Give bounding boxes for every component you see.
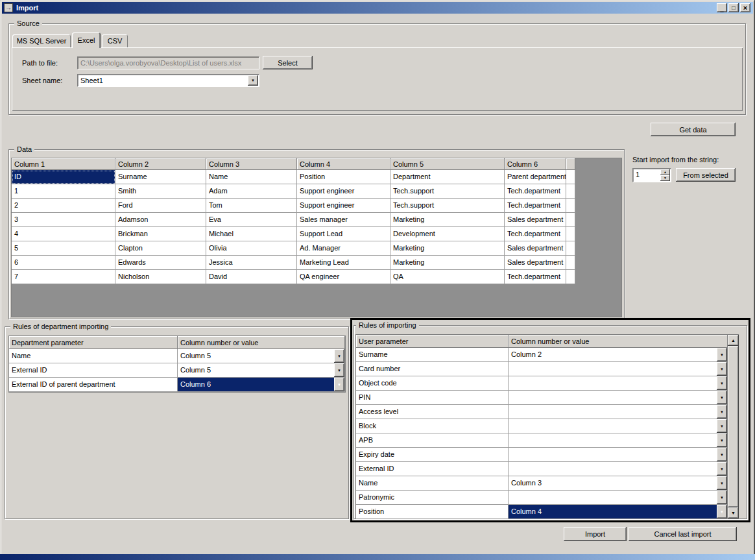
table-cell[interactable]: Name [206,170,297,184]
column-header[interactable]: Column 5 [390,158,505,170]
rule-row[interactable]: Name Column 3 ▼ [356,476,738,491]
table-cell[interactable]: Brickman [115,227,206,241]
from-selected-button[interactable]: From selected [676,168,736,182]
cancel-last-import-button[interactable]: Cancel last import [629,527,737,541]
rule-row[interactable]: Card number ▼ [356,362,738,376]
rule-value-cell[interactable]: ▼ [509,391,728,405]
dropdown-button[interactable]: ▼ [717,405,727,419]
dropdown-button[interactable]: ▼ [717,376,727,390]
table-cell[interactable]: Olivia [206,241,297,256]
table-cell[interactable]: Adamson [115,213,206,227]
get-data-button[interactable]: Get data [651,123,736,136]
table-row[interactable]: 2 Ford Tom Support engineer Tech.support… [12,199,621,213]
column-header[interactable]: Column 2 [115,158,206,170]
rule-value-cell[interactable]: Column 5 ▼ [178,349,345,363]
rule-row[interactable]: External ID ▼ [356,462,738,476]
rule-value-cell[interactable]: Column 5 ▼ [178,363,345,378]
table-cell-selected[interactable]: ID [12,170,115,184]
table-cell[interactable]: Marketing Lead [297,256,390,270]
scrollbar-thumb[interactable] [728,346,739,507]
tab-ms-sql-server[interactable]: MS SQL Server [12,34,71,47]
rule-param-cell[interactable]: Patronymic [356,491,509,505]
dropdown-button[interactable]: ▼ [334,349,344,363]
table-cell[interactable]: Sales department [505,256,566,270]
table-cell[interactable]: 4 [12,227,115,241]
import-button[interactable]: Import [564,527,627,541]
table-row[interactable]: 1 Smith Adam Support engineer Tech.suppo… [12,184,621,199]
rule-row[interactable]: External ID Column 5 ▼ [9,363,345,378]
table-cell[interactable]: 1 [12,184,115,199]
rule-value-cell[interactable]: Column 3 ▼ [509,476,728,491]
tab-csv[interactable]: CSV [102,34,128,47]
rule-row[interactable]: Access level ▼ [356,405,738,419]
table-cell[interactable]: Support engineer [297,184,390,199]
rule-row[interactable]: Name Column 5 ▼ [9,349,345,363]
rule-row[interactable]: PIN ▼ [356,391,738,405]
table-cell[interactable]: Position [297,170,390,184]
param-column-header[interactable]: User parameter [356,335,509,348]
table-cell[interactable]: Michael [206,227,297,241]
value-column-header[interactable]: Column number or value [178,336,345,349]
table-cell[interactable]: Tech.support [390,199,505,213]
table-cell[interactable]: Marketing [390,241,505,256]
table-cell[interactable]: QA engineer [297,270,390,284]
dropdown-button[interactable]: ▼ [717,362,727,376]
table-cell[interactable]: Parent department [505,170,566,184]
rule-value-cell[interactable]: ▼ [509,433,728,448]
table-cell[interactable]: Adam [206,184,297,199]
rule-param-cell[interactable]: Position [356,505,509,519]
dropdown-button[interactable]: ▼ [717,348,727,361]
table-cell[interactable]: 3 [12,213,115,227]
table-cell[interactable]: Smith [115,184,206,199]
rule-param-cell[interactable]: Block [356,419,509,433]
rule-param-cell[interactable]: Card number [356,362,509,376]
rule-value-cell-selected[interactable]: Column 4 ▼ [509,505,728,519]
table-cell[interactable]: Tech.support [390,184,505,199]
table-row[interactable]: 6 Edwards Jessica Marketing Lead Marketi… [12,256,621,270]
rule-param-cell[interactable]: External ID of parent department [9,378,178,392]
table-cell[interactable]: 7 [12,270,115,284]
rule-param-cell[interactable]: External ID [356,462,509,476]
start-row-spinner[interactable]: 1 ▲ ▼ [632,168,671,182]
table-cell[interactable]: Sales department [505,241,566,256]
table-cell[interactable]: Tech.department [505,184,566,199]
dropdown-button[interactable]: ▼ [334,363,344,377]
rule-row[interactable]: External ID of parent department Column … [9,378,345,392]
table-cell[interactable]: Marketing [390,213,505,227]
rule-row[interactable]: APB ▼ [356,433,738,448]
value-column-header[interactable]: Column number or value [509,335,728,348]
rule-value-cell[interactable]: ▼ [509,491,728,505]
titlebar[interactable]: → Import ▁ □ × [2,2,753,14]
rule-row[interactable]: Block ▼ [356,419,738,433]
table-cell[interactable]: Department [390,170,505,184]
rule-param-cell[interactable]: Access level [356,405,509,419]
dropdown-button[interactable]: ▼ [717,448,727,461]
table-cell[interactable]: Eva [206,213,297,227]
dropdown-button[interactable]: ▼ [717,433,727,447]
table-row[interactable]: 5 Clapton Olivia Ad. Manager Marketing S… [12,241,621,256]
rule-param-cell[interactable]: Name [356,476,509,491]
minimize-button[interactable]: ▁ [717,3,727,12]
rule-row[interactable]: Patronymic ▼ [356,491,738,505]
table-cell[interactable]: Support engineer [297,199,390,213]
rule-value-cell[interactable]: ▼ [509,376,728,391]
table-cell[interactable]: Edwards [115,256,206,270]
rule-value-cell[interactable]: ▼ [509,462,728,476]
table-cell[interactable]: 2 [12,199,115,213]
column-header[interactable]: Column 6 [505,158,566,170]
table-cell[interactable]: Nicholson [115,270,206,284]
table-cell[interactable]: Surname [115,170,206,184]
rule-row[interactable]: Position Column 4 ▼ [356,505,738,519]
table-cell[interactable]: Clapton [115,241,206,256]
table-cell[interactable]: Marketing [390,256,505,270]
rule-value-cell[interactable]: ▼ [509,405,728,419]
table-cell[interactable]: Ford [115,199,206,213]
rule-row[interactable]: Object code ▼ [356,376,738,391]
column-header[interactable]: Column 3 [206,158,297,170]
rule-row[interactable]: Expiry date ▼ [356,448,738,462]
table-row[interactable]: 3 Adamson Eva Sales manager Marketing Sa… [12,213,621,227]
data-grid[interactable]: Column 1 Column 2 Column 3 Column 4 Colu… [11,158,622,317]
rule-value-cell[interactable]: Column 2 ▼ [509,348,728,362]
column-header[interactable]: Column 4 [297,158,390,170]
table-cell[interactable]: Jessica [206,256,297,270]
